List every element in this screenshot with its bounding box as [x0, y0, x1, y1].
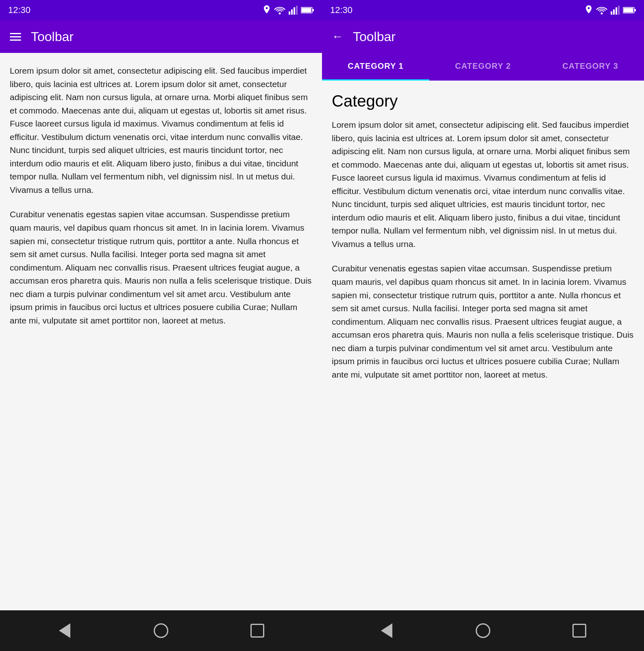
- location-icon: [263, 5, 271, 15]
- phone-2: 12:30 ←: [322, 0, 644, 651]
- back-icon-2: [381, 623, 392, 638]
- svg-rect-4: [296, 6, 298, 15]
- svg-rect-11: [616, 7, 617, 15]
- recents-button-1[interactable]: [248, 622, 266, 640]
- svg-rect-3: [294, 7, 295, 15]
- content-1: Lorem ipsum dolor sit amet, consectetur …: [0, 53, 322, 610]
- paragraph-2-1: Lorem ipsum dolor sit amet, consectetur …: [332, 118, 634, 251]
- svg-rect-12: [618, 6, 620, 15]
- back-icon-1: [59, 623, 70, 638]
- svg-point-0: [279, 13, 281, 15]
- back-arrow-icon[interactable]: ←: [332, 30, 343, 43]
- svg-rect-14: [624, 8, 633, 13]
- nav-bar-2: [322, 610, 644, 651]
- home-button-1[interactable]: [152, 622, 170, 640]
- svg-point-8: [601, 13, 603, 15]
- toolbar-1: Toolbar: [0, 20, 322, 53]
- battery-icon-2: [623, 7, 636, 14]
- status-time-1: 12:30: [8, 5, 30, 15]
- status-bar-2: 12:30: [322, 0, 644, 20]
- svg-rect-10: [613, 9, 615, 15]
- status-time-2: 12:30: [330, 5, 352, 15]
- content-2: Category Lorem ipsum dolor sit amet, con…: [322, 81, 644, 610]
- recents-icon-1: [250, 624, 264, 638]
- toolbar-title-1: Toolbar: [31, 29, 74, 44]
- back-button-1[interactable]: [56, 622, 74, 640]
- svg-rect-7: [313, 9, 314, 11]
- toolbar-2: ← Toolbar: [322, 20, 644, 53]
- signal-icon-2: [611, 6, 620, 15]
- location-icon-2: [585, 5, 593, 15]
- tab-category-2[interactable]: CATEGORY 2: [429, 53, 537, 81]
- svg-rect-6: [302, 8, 311, 13]
- svg-rect-9: [611, 11, 612, 15]
- home-icon-2: [476, 623, 490, 638]
- wifi-icon: [274, 6, 285, 15]
- status-bar-1: 12:30: [0, 0, 322, 20]
- hamburger-icon[interactable]: [10, 33, 21, 41]
- toolbar-title-2: Toolbar: [353, 29, 396, 44]
- svg-rect-2: [291, 9, 293, 15]
- home-icon-1: [154, 623, 168, 638]
- svg-rect-15: [635, 9, 636, 11]
- tab-category-3[interactable]: CATEGORY 3: [537, 53, 644, 81]
- status-icons-1: [263, 5, 314, 15]
- paragraph-1-2: Curabitur venenatis egestas sapien vitae…: [10, 208, 312, 327]
- home-button-2[interactable]: [474, 622, 492, 640]
- signal-icon: [289, 6, 298, 15]
- nav-bar-1: [0, 610, 322, 651]
- paragraph-1-1: Lorem ipsum dolor sit amet, consectetur …: [10, 64, 312, 197]
- content-heading: Category: [332, 92, 634, 110]
- recents-icon-2: [572, 624, 586, 638]
- status-icons-2: [585, 5, 636, 15]
- wifi-icon-2: [596, 6, 607, 15]
- phone-1: 12:30: [0, 0, 322, 651]
- back-button-2[interactable]: [378, 622, 396, 640]
- tab-category-1[interactable]: CATEGORY 1: [322, 53, 429, 81]
- svg-rect-1: [289, 11, 290, 15]
- recents-button-2[interactable]: [570, 622, 588, 640]
- paragraph-2-2: Curabitur venenatis egestas sapien vitae…: [332, 262, 634, 381]
- battery-icon: [301, 7, 314, 14]
- tabs-bar: CATEGORY 1 CATEGORY 2 CATEGORY 3: [322, 53, 644, 81]
